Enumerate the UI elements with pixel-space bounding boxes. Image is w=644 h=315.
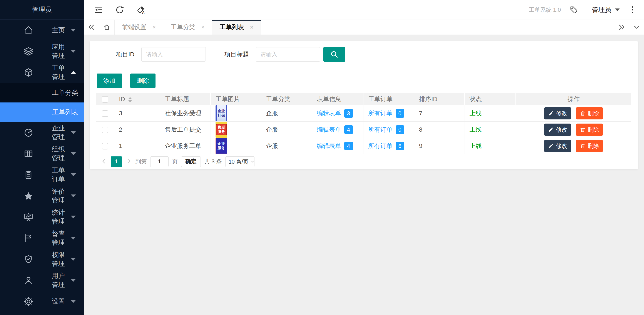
prev-page-icon[interactable] <box>101 158 107 165</box>
chevron-down-icon <box>615 8 620 11</box>
cell-id: 2 <box>114 122 160 138</box>
confirm-page-button[interactable]: 确定 <box>181 156 201 167</box>
all-orders-link[interactable]: 所有订单 <box>368 110 392 116</box>
next-page-icon[interactable] <box>126 158 132 165</box>
layers-icon <box>24 46 34 56</box>
user-icon <box>24 276 34 286</box>
row-delete-button[interactable]: 删除 <box>576 107 603 120</box>
orders-count-badge[interactable]: 0 <box>396 125 404 134</box>
tab-home-icon[interactable] <box>99 20 114 34</box>
chevron-down-icon <box>71 131 76 134</box>
collapse-menu-icon[interactable] <box>93 5 103 15</box>
edit-form-link[interactable]: 编辑表单 <box>317 110 341 116</box>
row-delete-button[interactable]: 删除 <box>576 140 603 152</box>
close-icon[interactable]: × <box>250 24 253 31</box>
header-form: 表单信息 <box>312 93 363 105</box>
goto-page-input[interactable] <box>150 156 168 167</box>
edit-button[interactable]: 修改 <box>544 124 571 136</box>
all-orders-link[interactable]: 所有订单 <box>368 142 392 149</box>
sidebar-item-home[interactable]: 主页 <box>0 20 84 41</box>
header-status: 状态 <box>464 93 516 105</box>
project-id-label: 项目ID <box>116 50 134 58</box>
page-unit-label: 页 <box>172 158 178 165</box>
total-count: 共 3 条 <box>204 158 222 165</box>
tag-icon[interactable] <box>570 6 578 14</box>
user-menu[interactable]: 管理员 <box>592 6 620 14</box>
chevron-down-icon <box>71 174 76 176</box>
project-id-input[interactable] <box>141 47 206 62</box>
edit-button[interactable]: 修改 <box>544 107 571 120</box>
sidebar-item-organization[interactable]: 组织管理 <box>0 143 84 164</box>
delete-button[interactable]: 删除 <box>130 74 156 88</box>
orders-count-badge[interactable]: 0 <box>396 109 404 118</box>
select-all-checkbox[interactable] <box>102 96 108 103</box>
header-category: 工单分类 <box>261 93 312 105</box>
sort-icon[interactable] <box>128 97 132 102</box>
tabs-dropdown-icon[interactable] <box>629 20 644 34</box>
cell-sort-id: 8 <box>414 122 464 138</box>
search-button[interactable] <box>323 47 346 62</box>
sidebar-item-users[interactable]: 用户管理 <box>0 270 84 291</box>
close-icon[interactable]: × <box>201 24 204 31</box>
header-actions: 操作 <box>516 93 632 105</box>
sidebar-item-supervision[interactable]: 督查管理 <box>0 228 84 249</box>
workorder-image[interactable]: 售后服务 <box>216 122 227 138</box>
sidebar-item-orders[interactable]: 工单订单 <box>0 164 84 185</box>
row-delete-button[interactable]: 删除 <box>576 124 603 136</box>
theme-brush-icon[interactable]: A <box>136 5 146 15</box>
home-icon <box>24 25 34 35</box>
tabs-scroll-left-icon[interactable] <box>84 20 99 34</box>
sidebar-item-apps[interactable]: 应用管理 <box>0 41 84 62</box>
pencil-icon <box>548 127 554 132</box>
header-id[interactable]: ID <box>114 93 160 105</box>
current-page[interactable]: 1 <box>111 156 122 167</box>
tab-workorder-category[interactable]: 工单分类 × <box>163 20 212 34</box>
header-image: 工单图片 <box>210 93 261 105</box>
main-content: 项目ID 项目标题 添加 删除 <box>84 35 644 315</box>
chart-board-icon <box>24 212 34 222</box>
row-checkbox[interactable] <box>102 143 108 150</box>
edit-form-link[interactable]: 编辑表单 <box>317 126 341 133</box>
tab-frontend-settings[interactable]: 前端设置 × <box>114 20 163 34</box>
sidebar-title: 管理员 <box>0 0 84 20</box>
form-count-badge[interactable]: 3 <box>344 109 353 118</box>
project-title-input[interactable] <box>256 47 320 62</box>
cell-title: 社保业务受理 <box>160 105 210 122</box>
add-button[interactable]: 添加 <box>97 74 122 88</box>
sidebar-subitem-workorder-category[interactable]: 工单分类 <box>0 83 84 102</box>
status-badge[interactable]: 上线 <box>470 142 482 149</box>
sidebar-item-enterprise[interactable]: 企业管理 <box>0 122 84 143</box>
cell-id: 3 <box>114 105 160 122</box>
form-count-badge[interactable]: 4 <box>344 125 353 134</box>
status-badge[interactable]: 上线 <box>470 126 482 133</box>
form-count-badge[interactable]: 4 <box>344 142 353 150</box>
workorder-table: ID 工单标题 工单图片 工单分类 表单信息 工单订单 排序ID 状态 操作 <box>96 93 632 154</box>
row-checkbox[interactable] <box>102 126 108 133</box>
status-badge[interactable]: 上线 <box>470 110 482 116</box>
refresh-icon[interactable] <box>114 5 124 15</box>
workorder-image[interactable]: 企业服务 <box>216 138 227 154</box>
sidebar-item-workorder[interactable]: 工单管理 <box>0 62 84 83</box>
page-size-select[interactable]: 10 条/页 <box>225 156 254 167</box>
orders-count-badge[interactable]: 6 <box>396 142 404 150</box>
system-name: 工单系统 1.0 <box>529 6 561 14</box>
all-orders-link[interactable]: 所有订单 <box>368 126 392 133</box>
cube-icon <box>24 68 34 78</box>
edit-form-link[interactable]: 编辑表单 <box>317 142 341 149</box>
sidebar-item-settings[interactable]: 设置 <box>0 291 84 312</box>
table-row: 1 企业服务工单 企业服务 企服 编辑表单4 所有订单6 9 上线 <box>96 138 632 154</box>
cell-category: 企服 <box>261 122 312 138</box>
sidebar-item-reviews[interactable]: 评价管理 <box>0 185 84 206</box>
workorder-image[interactable]: 企业社保 <box>216 105 227 122</box>
sidebar-item-statistics[interactable]: 统计管理 <box>0 206 84 228</box>
more-menu-icon[interactable] <box>630 5 634 14</box>
sidebar-item-permissions[interactable]: 权限管理 <box>0 249 84 270</box>
sidebar-subitem-workorder-list[interactable]: 工单列表 <box>0 102 84 122</box>
close-icon[interactable]: × <box>152 24 156 31</box>
user-name: 管理员 <box>592 6 612 14</box>
trash-icon <box>580 143 586 149</box>
edit-button[interactable]: 修改 <box>544 140 571 152</box>
tabs-scroll-right-icon[interactable] <box>614 20 629 34</box>
row-checkbox[interactable] <box>102 110 108 117</box>
tab-workorder-list[interactable]: 工单列表 × <box>212 20 261 34</box>
